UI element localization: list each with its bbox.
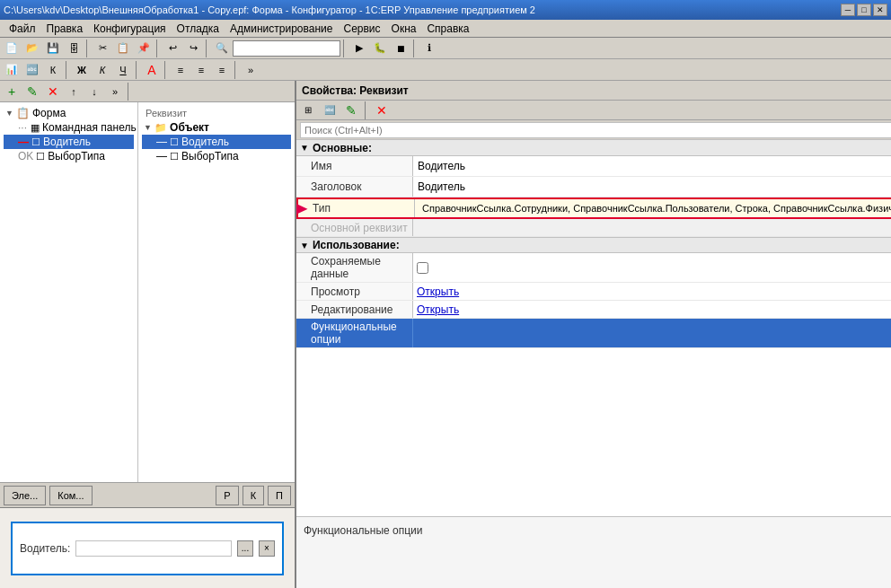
tree-item-voditel[interactable]: — ☐ Водитель: [4, 135, 134, 149]
commands-button[interactable]: Ком...: [49, 486, 92, 505]
props-sort-button[interactable]: ⊞: [298, 101, 318, 119]
btn-r[interactable]: Р: [216, 486, 238, 505]
props-spacer: [296, 348, 891, 516]
maximize-button[interactable]: □: [857, 4, 871, 16]
redo-button[interactable]: ↪: [183, 39, 203, 57]
menu-debug[interactable]: Отладка: [172, 21, 225, 37]
prop-row-saveddata: Сохраняемые данные: [296, 253, 891, 283]
properties-search-input[interactable]: [300, 122, 891, 138]
preview-clear-button[interactable]: ×: [259, 540, 275, 557]
copy-button[interactable]: 📋: [113, 39, 133, 57]
prop-saveddata-checkbox[interactable]: [417, 262, 428, 274]
prop-funcoptions-value[interactable]: ...: [413, 325, 891, 342]
basic-section-label: Основные:: [313, 142, 372, 154]
tb2-underline[interactable]: Ч: [113, 61, 133, 79]
tb2-align-center[interactable]: ≡: [191, 61, 211, 79]
prop-saveddata-value[interactable]: [413, 253, 891, 282]
move-up-button[interactable]: ↑: [64, 83, 84, 101]
info-button[interactable]: ℹ: [419, 39, 439, 57]
props-delete-button[interactable]: ✕: [372, 101, 392, 119]
btn-p[interactable]: П: [268, 486, 291, 505]
cut-button[interactable]: ✂: [93, 39, 112, 57]
tb2-more[interactable]: »: [241, 61, 260, 79]
tb2-align-right[interactable]: ≡: [212, 61, 232, 79]
req-dash2-icon: —: [156, 150, 167, 162]
req-label-vybortipa: ВыборТипа: [181, 150, 239, 162]
tree-label-vybortipa: ВыборТипа: [48, 150, 105, 162]
tb2-btn3[interactable]: К: [43, 61, 63, 79]
preview-box: Водитель: ... ×: [11, 522, 284, 575]
req-field-icon: ☐: [170, 136, 179, 148]
preview-input[interactable]: [75, 540, 232, 557]
req-tree-item-vybortipa[interactable]: — ☐ ВыборТипа: [142, 149, 291, 163]
tb2-btn1[interactable]: 📊: [2, 61, 22, 79]
delete-element-button[interactable]: ✕: [43, 83, 63, 101]
left-panel-toolbar: + ✎ ✕ ↑ ↓ »: [0, 81, 295, 102]
tb2-align-left[interactable]: ≡: [171, 61, 190, 79]
menu-help[interactable]: Справка: [421, 21, 474, 37]
requisites-tree: Реквизит ▼ 📁 Объект — ☐ Водитель: [138, 102, 295, 482]
menu-service[interactable]: Сервис: [338, 21, 385, 37]
prop-row-type: Тип СправочникСсылка.Сотрудники, Справоч…: [296, 197, 891, 219]
req-expand-icon: ▼: [144, 123, 154, 132]
minimize-button[interactable]: ─: [841, 4, 855, 16]
prop-title-input[interactable]: [417, 179, 891, 195]
debug-button[interactable]: 🐛: [370, 39, 390, 57]
stop-button[interactable]: ⏹: [391, 39, 410, 57]
prop-edit-value[interactable]: Открыть: [413, 301, 891, 318]
tb2-btn2[interactable]: 🔤: [22, 61, 42, 79]
elements-button[interactable]: Эле...: [4, 486, 46, 505]
usage-section-header[interactable]: ▼ Использование:: [296, 237, 891, 253]
close-button[interactable]: ✕: [873, 4, 887, 16]
basic-section-header[interactable]: ▼ Основные:: [296, 140, 891, 156]
prop-view-value[interactable]: Открыть: [413, 283, 891, 300]
move-down-button[interactable]: ↓: [84, 83, 104, 101]
toolbar-2: 📊 🔤 К Ж К Ч A ≡ ≡ ≡ »: [0, 59, 891, 81]
prop-name-input[interactable]: [417, 158, 891, 174]
preview-dots-button[interactable]: ...: [237, 540, 253, 557]
object-icon: 📁: [154, 122, 167, 134]
menu-edit[interactable]: Правка: [41, 21, 89, 37]
tree-container: ▼ 📋 Форма ··· ▦ Командная панель — ☐: [0, 102, 295, 482]
prop-title-value[interactable]: 🔍: [413, 177, 891, 197]
run-button[interactable]: ▶: [349, 39, 369, 57]
menu-config[interactable]: Конфигурация: [88, 21, 172, 37]
props-filter-button[interactable]: 🔤: [320, 101, 340, 119]
new-button[interactable]: 📄: [2, 39, 22, 57]
red-dash-icon: —: [18, 136, 29, 148]
tree-item-vybortipa[interactable]: OK ☐ ВыборТипа: [4, 149, 134, 163]
tb2-color-btn[interactable]: A: [142, 61, 162, 79]
prop-row-funcoptions[interactable]: Функциональные опции ...: [296, 319, 891, 348]
props-toolbar-sep: [365, 101, 368, 119]
paste-button[interactable]: 📌: [134, 39, 154, 57]
req-tree-item-voditel[interactable]: — ☐ Водитель: [142, 135, 291, 149]
add-element-button[interactable]: +: [2, 83, 22, 101]
tb2-italic[interactable]: К: [93, 61, 112, 79]
req-label-object: Объект: [170, 121, 209, 134]
menu-admin[interactable]: Администрирование: [225, 21, 338, 37]
toolbar2-sep-4: [234, 61, 238, 79]
save-button[interactable]: 💾: [43, 39, 63, 57]
search-button[interactable]: 🔍: [212, 39, 232, 57]
btn-k[interactable]: К: [243, 486, 264, 505]
menu-windows[interactable]: Окна: [386, 21, 422, 37]
search-input[interactable]: [233, 40, 340, 57]
tb2-bold[interactable]: Ж: [72, 61, 92, 79]
properties-header: Свойства: Реквизит 📌 9 ✕: [296, 81, 891, 101]
req-tree-item-object[interactable]: ▼ 📁 Объект: [142, 120, 291, 135]
save-all-button[interactable]: 🗄: [64, 39, 84, 57]
tree-item-forma[interactable]: ▼ 📋 Форма: [4, 106, 134, 120]
props-edit-button[interactable]: ✎: [341, 101, 361, 119]
prop-type-value[interactable]: СправочникСсылка.Сотрудники, СправочникС…: [415, 199, 891, 217]
undo-button[interactable]: ↩: [163, 39, 182, 57]
requisit-label: Реквизит: [146, 108, 187, 118]
expand-button[interactable]: »: [105, 83, 125, 101]
prop-row-view: Просмотр Открыть: [296, 283, 891, 301]
open-button[interactable]: 📂: [22, 39, 42, 57]
edit-button[interactable]: ✎: [22, 83, 42, 101]
menu-file[interactable]: Файл: [4, 21, 41, 37]
tree-item-commandpanel[interactable]: ··· ▦ Командная панель: [4, 120, 134, 135]
title-bar-buttons: ─ □ ✕: [841, 4, 887, 16]
prop-name-value[interactable]: [413, 156, 891, 176]
prop-mainreq-value: [413, 219, 891, 236]
